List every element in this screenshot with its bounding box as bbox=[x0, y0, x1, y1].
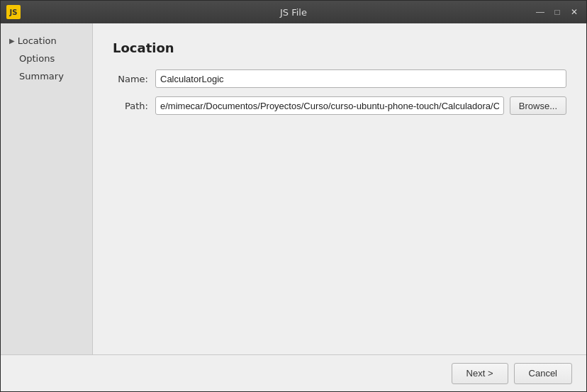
sidebar-item-location-label: Location bbox=[18, 35, 57, 46]
close-button[interactable]: ✕ bbox=[566, 4, 582, 20]
path-label: Path: bbox=[113, 101, 148, 111]
window-title: JS File bbox=[280, 7, 307, 18]
minimize-button[interactable]: — bbox=[532, 4, 548, 20]
name-input[interactable] bbox=[155, 69, 566, 88]
browse-button[interactable]: Browse... bbox=[510, 96, 566, 115]
window-controls: — □ ✕ bbox=[515, 4, 582, 20]
sidebar-item-options[interactable]: Options bbox=[1, 50, 92, 67]
path-row: Path: Browse... bbox=[113, 96, 566, 115]
name-row: Name: bbox=[113, 69, 566, 88]
footer: Next > Cancel bbox=[1, 354, 586, 391]
window: JS JS File — □ ✕ ▶ Location Options Summ… bbox=[0, 0, 587, 392]
maximize-button[interactable]: □ bbox=[549, 4, 565, 20]
sidebar-item-summary[interactable]: Summary bbox=[1, 67, 92, 85]
cancel-button[interactable]: Cancel bbox=[514, 363, 572, 384]
sidebar-item-summary-label: Summary bbox=[19, 71, 64, 82]
page-title: Location bbox=[113, 40, 566, 55]
main-content: Location Name: Path: Browse... bbox=[93, 23, 586, 354]
sidebar: ▶ Location Options Summary bbox=[1, 23, 93, 354]
app-icon: JS bbox=[6, 5, 21, 19]
titlebar: JS JS File — □ ✕ bbox=[1, 1, 586, 23]
sidebar-item-options-label: Options bbox=[19, 53, 55, 64]
name-label: Name: bbox=[113, 74, 148, 84]
dropdown-button[interactable] bbox=[515, 4, 531, 20]
path-input[interactable] bbox=[155, 96, 504, 115]
content-area: ▶ Location Options Summary Location Name… bbox=[1, 23, 586, 354]
app-icon-area: JS bbox=[6, 5, 21, 19]
location-arrow-icon: ▶ bbox=[9, 37, 15, 45]
sidebar-item-location[interactable]: ▶ Location bbox=[1, 32, 92, 50]
next-button[interactable]: Next > bbox=[452, 363, 508, 384]
